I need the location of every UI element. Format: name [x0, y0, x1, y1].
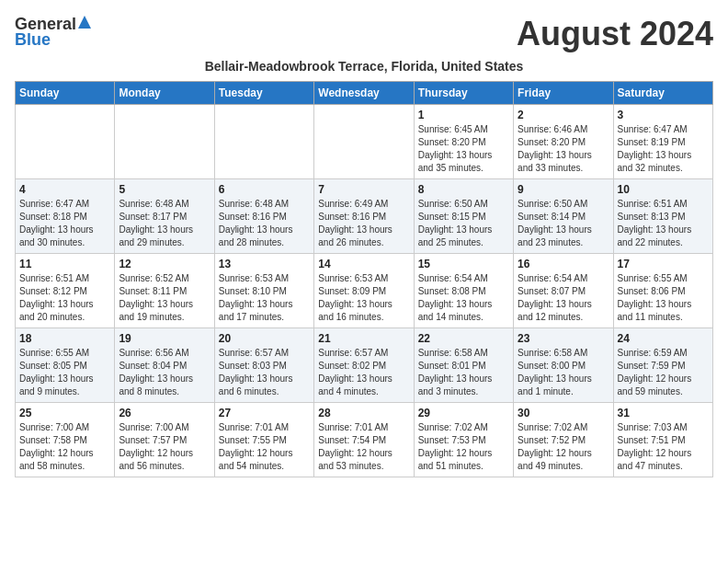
day-number: 28 — [318, 407, 409, 419]
day-number: 15 — [418, 258, 509, 270]
day-cell: 3Sunrise: 6:47 AMSunset: 8:19 PMDaylight… — [613, 105, 712, 179]
day-info: Sunrise: 6:48 AMSunset: 8:17 PMDaylight:… — [119, 198, 210, 249]
day-info: Sunrise: 7:00 AMSunset: 7:57 PMDaylight:… — [119, 421, 210, 473]
column-header-wednesday: Wednesday — [314, 82, 414, 105]
day-cell: 11Sunrise: 6:51 AMSunset: 8:12 PMDayligh… — [16, 254, 115, 328]
day-number: 16 — [518, 258, 609, 270]
day-cell: 26Sunrise: 7:00 AMSunset: 7:57 PMDayligh… — [115, 403, 214, 477]
day-cell: 1Sunrise: 6:45 AMSunset: 8:20 PMDaylight… — [414, 105, 513, 179]
day-cell: 16Sunrise: 6:54 AMSunset: 8:07 PMDayligh… — [514, 254, 613, 328]
day-number: 2 — [518, 109, 609, 121]
day-cell: 29Sunrise: 7:02 AMSunset: 7:53 PMDayligh… — [414, 403, 513, 477]
column-header-saturday: Saturday — [613, 82, 712, 105]
day-info: Sunrise: 7:01 AMSunset: 7:54 PMDaylight:… — [318, 421, 409, 473]
day-cell: 6Sunrise: 6:48 AMSunset: 8:16 PMDaylight… — [214, 179, 313, 254]
header: General Blue August 2024 — [15, 15, 713, 53]
day-number: 20 — [219, 332, 310, 345]
day-info: Sunrise: 6:51 AMSunset: 8:13 PMDaylight:… — [618, 198, 709, 249]
subtitle: Bellair-Meadowbrook Terrace, Florida, Un… — [15, 59, 713, 74]
day-number: 1 — [418, 109, 509, 121]
day-info: Sunrise: 6:54 AMSunset: 8:07 PMDaylight:… — [518, 272, 609, 324]
day-number: 9 — [518, 183, 609, 196]
day-number: 3 — [618, 109, 709, 121]
day-info: Sunrise: 6:51 AMSunset: 8:12 PMDaylight:… — [19, 272, 110, 324]
day-cell: 31Sunrise: 7:03 AMSunset: 7:51 PMDayligh… — [613, 403, 712, 477]
column-header-friday: Friday — [514, 82, 613, 105]
day-number: 24 — [618, 332, 709, 345]
day-number: 18 — [19, 332, 110, 345]
column-header-sunday: Sunday — [16, 82, 115, 105]
day-number: 14 — [318, 258, 409, 270]
week-row-4: 18Sunrise: 6:55 AMSunset: 8:05 PMDayligh… — [16, 328, 713, 403]
column-header-monday: Monday — [115, 82, 214, 105]
day-cell — [314, 105, 414, 179]
day-info: Sunrise: 6:48 AMSunset: 8:16 PMDaylight:… — [219, 198, 310, 249]
day-number: 31 — [618, 407, 709, 419]
day-info: Sunrise: 6:47 AMSunset: 8:18 PMDaylight:… — [19, 198, 110, 249]
day-cell: 8Sunrise: 6:50 AMSunset: 8:15 PMDaylight… — [414, 179, 513, 254]
day-info: Sunrise: 6:58 AMSunset: 8:01 PMDaylight:… — [418, 347, 509, 398]
day-number: 25 — [19, 407, 110, 419]
day-cell: 2Sunrise: 6:46 AMSunset: 8:20 PMDaylight… — [514, 105, 613, 179]
month-title: August 2024 — [517, 15, 713, 53]
day-cell: 25Sunrise: 7:00 AMSunset: 7:58 PMDayligh… — [16, 403, 115, 477]
day-number: 19 — [119, 332, 210, 345]
column-header-tuesday: Tuesday — [214, 82, 313, 105]
day-cell — [115, 105, 214, 179]
day-cell: 18Sunrise: 6:55 AMSunset: 8:05 PMDayligh… — [16, 328, 115, 403]
day-info: Sunrise: 6:50 AMSunset: 8:14 PMDaylight:… — [518, 198, 609, 249]
day-cell: 13Sunrise: 6:53 AMSunset: 8:10 PMDayligh… — [214, 254, 313, 328]
day-cell: 10Sunrise: 6:51 AMSunset: 8:13 PMDayligh… — [613, 179, 712, 254]
day-number: 4 — [19, 183, 110, 196]
day-cell: 24Sunrise: 6:59 AMSunset: 7:59 PMDayligh… — [613, 328, 712, 403]
day-cell: 22Sunrise: 6:58 AMSunset: 8:01 PMDayligh… — [414, 328, 513, 403]
day-info: Sunrise: 6:53 AMSunset: 8:09 PMDaylight:… — [318, 272, 409, 324]
day-info: Sunrise: 6:49 AMSunset: 8:16 PMDaylight:… — [318, 198, 409, 249]
day-cell: 7Sunrise: 6:49 AMSunset: 8:16 PMDaylight… — [314, 179, 414, 254]
day-info: Sunrise: 6:58 AMSunset: 8:00 PMDaylight:… — [518, 347, 609, 398]
day-info: Sunrise: 7:01 AMSunset: 7:55 PMDaylight:… — [219, 421, 310, 473]
day-cell — [214, 105, 313, 179]
day-cell: 28Sunrise: 7:01 AMSunset: 7:54 PMDayligh… — [314, 403, 414, 477]
day-cell: 30Sunrise: 7:02 AMSunset: 7:52 PMDayligh… — [514, 403, 613, 477]
day-info: Sunrise: 6:54 AMSunset: 8:08 PMDaylight:… — [418, 272, 509, 324]
day-info: Sunrise: 6:52 AMSunset: 8:11 PMDaylight:… — [119, 272, 210, 324]
day-info: Sunrise: 7:00 AMSunset: 7:58 PMDaylight:… — [19, 421, 110, 473]
day-number: 22 — [418, 332, 509, 345]
day-number: 10 — [618, 183, 709, 196]
day-number: 6 — [219, 183, 310, 196]
day-cell: 20Sunrise: 6:57 AMSunset: 8:03 PMDayligh… — [214, 328, 313, 403]
day-cell: 27Sunrise: 7:01 AMSunset: 7:55 PMDayligh… — [214, 403, 313, 477]
day-number: 29 — [418, 407, 509, 419]
day-number: 17 — [618, 258, 709, 270]
day-info: Sunrise: 6:57 AMSunset: 8:02 PMDaylight:… — [318, 347, 409, 398]
week-row-5: 25Sunrise: 7:00 AMSunset: 7:58 PMDayligh… — [16, 403, 713, 477]
week-row-3: 11Sunrise: 6:51 AMSunset: 8:12 PMDayligh… — [16, 254, 713, 328]
logo: General Blue — [15, 15, 91, 50]
day-info: Sunrise: 6:59 AMSunset: 7:59 PMDaylight:… — [618, 347, 709, 398]
day-cell: 21Sunrise: 6:57 AMSunset: 8:02 PMDayligh… — [314, 328, 414, 403]
day-cell: 17Sunrise: 6:55 AMSunset: 8:06 PMDayligh… — [613, 254, 712, 328]
day-number: 12 — [119, 258, 210, 270]
day-cell: 9Sunrise: 6:50 AMSunset: 8:14 PMDaylight… — [514, 179, 613, 254]
day-cell: 23Sunrise: 6:58 AMSunset: 8:00 PMDayligh… — [514, 328, 613, 403]
week-row-2: 4Sunrise: 6:47 AMSunset: 8:18 PMDaylight… — [16, 179, 713, 254]
day-info: Sunrise: 6:50 AMSunset: 8:15 PMDaylight:… — [418, 198, 509, 249]
day-number: 27 — [219, 407, 310, 419]
day-cell: 15Sunrise: 6:54 AMSunset: 8:08 PMDayligh… — [414, 254, 513, 328]
day-number: 8 — [418, 183, 509, 196]
day-cell: 4Sunrise: 6:47 AMSunset: 8:18 PMDaylight… — [16, 179, 115, 254]
day-cell — [16, 105, 115, 179]
day-cell: 5Sunrise: 6:48 AMSunset: 8:17 PMDaylight… — [115, 179, 214, 254]
day-number: 26 — [119, 407, 210, 419]
day-cell: 14Sunrise: 6:53 AMSunset: 8:09 PMDayligh… — [314, 254, 414, 328]
logo-icon — [78, 16, 91, 32]
day-number: 13 — [219, 258, 310, 270]
week-row-1: 1Sunrise: 6:45 AMSunset: 8:20 PMDaylight… — [16, 105, 713, 179]
day-number: 23 — [518, 332, 609, 345]
day-info: Sunrise: 6:55 AMSunset: 8:05 PMDaylight:… — [19, 347, 110, 398]
day-info: Sunrise: 7:02 AMSunset: 7:53 PMDaylight:… — [418, 421, 509, 473]
day-cell: 19Sunrise: 6:56 AMSunset: 8:04 PMDayligh… — [115, 328, 214, 403]
day-number: 30 — [518, 407, 609, 419]
day-info: Sunrise: 6:45 AMSunset: 8:20 PMDaylight:… — [418, 123, 509, 175]
